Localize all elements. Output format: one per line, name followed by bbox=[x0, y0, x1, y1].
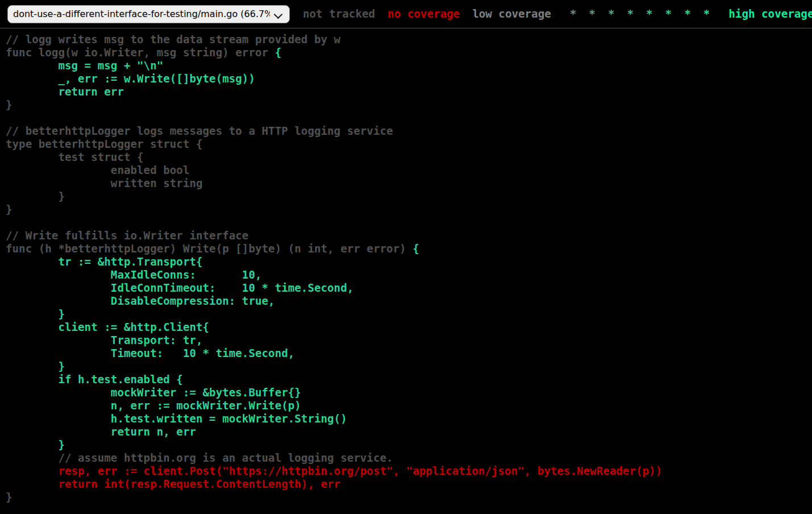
legend-no-coverage: no coverage bbox=[388, 7, 460, 20]
code-segment: } bbox=[6, 360, 65, 373]
code-segment: } bbox=[6, 438, 65, 451]
code-segment: IdleConnTimeout: 10 * time.Second, bbox=[6, 281, 353, 295]
code-segment: // Write fulfills io.Writer interface bbox=[6, 229, 248, 242]
legend-gradient-asterisk: * bbox=[608, 7, 615, 20]
code-segment: tr := &http.Transport{ bbox=[6, 255, 203, 268]
code-segment: n, err := mockWriter.Write(p) bbox=[6, 399, 301, 412]
code-segment: test struct { bbox=[6, 151, 144, 164]
code-segment: type betterhttpLogger struct { bbox=[6, 138, 203, 151]
code-segment: func logg(w io.Writer, msg string) error bbox=[6, 46, 275, 59]
code-segment: msg = msg + "\n" bbox=[6, 59, 163, 72]
code-segment: return int(resp.Request.ContentLength), … bbox=[6, 478, 340, 491]
code-segment: resp, err := client.Post("https://httpbi… bbox=[6, 465, 662, 478]
code-segment: } bbox=[6, 308, 65, 321]
code-segment: DisableCompression: true, bbox=[6, 295, 275, 308]
legend-not-tracked: not tracked bbox=[303, 7, 375, 20]
source-code: // logg writes msg to the data stream pr… bbox=[0, 33, 812, 504]
code-segment: } bbox=[6, 491, 13, 504]
legend-low-coverage: low coverage bbox=[472, 7, 551, 20]
code-segment: // assume httpbin.org is an actual loggi… bbox=[6, 451, 393, 465]
code-segment: Timeout: 10 * time.Second, bbox=[6, 347, 294, 360]
code-segment: written string bbox=[6, 177, 203, 190]
code-segment: MaxIdleConns: 10, bbox=[6, 268, 262, 281]
code-segment: { bbox=[275, 46, 282, 59]
code-segment: enabled bool bbox=[6, 164, 189, 177]
legend-gradient-asterisk: * bbox=[589, 7, 596, 20]
code-segment: if h.test.enabled { bbox=[6, 373, 183, 386]
code-segment: h.test.written = mockWriter.String() bbox=[6, 412, 347, 425]
code-segment: mockWriter := &bytes.Buffer{} bbox=[6, 386, 301, 399]
code-segment: { bbox=[413, 242, 419, 255]
legend-gradient-asterisk: * bbox=[665, 7, 672, 20]
legend-asterisks: ******** bbox=[564, 7, 717, 20]
code-segment: func (h *betterhttpLogger) Write(p []byt… bbox=[6, 242, 413, 255]
file-select-dropdown[interactable]: dont-use-a-different-interface-for-testi… bbox=[7, 5, 290, 23]
code-segment: _, err := w.Write([]byte(msg)) bbox=[6, 72, 255, 85]
legend-gradient-asterisk: * bbox=[646, 7, 653, 20]
code-segment: } bbox=[6, 98, 13, 111]
coverage-legend: not trackedno coveragelow coverage******… bbox=[297, 7, 812, 20]
legend-gradient-asterisk: * bbox=[570, 7, 577, 20]
code-segment: return err bbox=[6, 85, 124, 98]
legend-gradient-asterisk: * bbox=[703, 7, 710, 20]
legend-high-coverage: high coverage bbox=[728, 7, 812, 20]
code-segment: // betterhttpLogger logs messages to a H… bbox=[6, 125, 393, 138]
topbar: dont-use-a-different-interface-for-testi… bbox=[0, 0, 812, 28]
file-navigation: dont-use-a-different-interface-for-testi… bbox=[7, 5, 290, 23]
code-segment: return n, err bbox=[6, 425, 196, 438]
legend-gradient-asterisk: * bbox=[684, 7, 691, 20]
code-segment: } bbox=[6, 190, 65, 203]
content: // logg writes msg to the data stream pr… bbox=[0, 33, 812, 504]
code-segment: client := &http.Client{ bbox=[6, 321, 209, 334]
code-segment: // logg writes msg to the data stream pr… bbox=[6, 33, 340, 46]
code-segment: } bbox=[6, 203, 13, 216]
code-segment: Transport: tr, bbox=[6, 334, 203, 347]
legend-gradient-asterisk: * bbox=[627, 7, 634, 20]
